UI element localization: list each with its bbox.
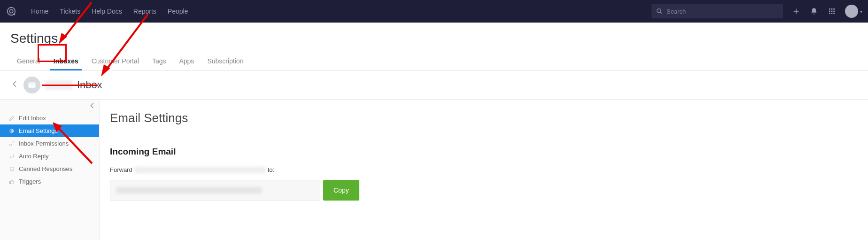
reply-icon bbox=[8, 154, 15, 159]
bell-icon bbox=[810, 8, 818, 15]
app-logo[interactable] bbox=[6, 6, 17, 17]
sidebar-item-email-settings[interactable]: Email Settings bbox=[0, 124, 99, 137]
forwarding-address-redacted bbox=[116, 187, 262, 194]
forward-suffix: to: bbox=[268, 166, 274, 173]
main-panel: Email Settings Incoming Email Forward to… bbox=[100, 100, 868, 240]
user-menu[interactable]: ▾ bbox=[842, 5, 862, 18]
svg-point-17 bbox=[10, 144, 12, 146]
chevron-down-icon: ▾ bbox=[860, 9, 862, 14]
svg-rect-10 bbox=[829, 11, 830, 12]
main-title: Email Settings bbox=[110, 111, 858, 125]
sidebar-item-label: Email Settings bbox=[19, 127, 58, 134]
sidebar-item-label: Inbox Permissions bbox=[19, 140, 69, 147]
sidebar-item-label: Edit Inbox bbox=[19, 115, 46, 122]
at-icon bbox=[8, 128, 15, 134]
content: Edit Inbox Email Settings Inbox Permissi… bbox=[0, 100, 868, 240]
svg-rect-15 bbox=[833, 13, 835, 14]
sidebar-collapse-button[interactable] bbox=[0, 100, 99, 112]
sidebar-item-label: Triggers bbox=[19, 178, 41, 185]
svg-rect-13 bbox=[829, 13, 830, 14]
nav-reports[interactable]: Reports bbox=[128, 0, 162, 23]
chevron-left-icon bbox=[90, 102, 94, 109]
nav-home[interactable]: Home bbox=[25, 0, 54, 23]
nav-links: Home Tickets Help Docs Reports People bbox=[25, 0, 194, 23]
sidebar-item-label: Canned Responses bbox=[19, 165, 72, 172]
forward-instruction: Forward to: bbox=[110, 166, 858, 173]
svg-rect-9 bbox=[833, 8, 835, 10]
key-icon bbox=[8, 141, 15, 147]
forward-email-redacted bbox=[134, 167, 266, 173]
page-title: Settings bbox=[10, 31, 858, 46]
back-button[interactable] bbox=[10, 78, 19, 92]
svg-point-3 bbox=[657, 9, 661, 13]
tab-subscription[interactable]: Subscription bbox=[201, 53, 250, 70]
add-button[interactable] bbox=[789, 4, 804, 19]
svg-rect-7 bbox=[829, 8, 830, 10]
svg-rect-8 bbox=[831, 8, 833, 10]
sidebar-item-canned-responses[interactable]: Canned Responses bbox=[0, 163, 99, 175]
sidebar-item-auto-reply[interactable]: Auto Reply bbox=[0, 150, 99, 163]
svg-rect-14 bbox=[831, 13, 833, 14]
tab-apps[interactable]: Apps bbox=[172, 53, 201, 70]
svg-point-2 bbox=[14, 14, 16, 15]
search-icon bbox=[656, 8, 663, 15]
inbox-avatar bbox=[23, 77, 40, 93]
tab-tags[interactable]: Tags bbox=[146, 53, 173, 70]
sidebar-item-triggers[interactable]: Triggers bbox=[0, 175, 99, 188]
settings-tabs: General Inboxes Customer Portal Tags App… bbox=[10, 53, 858, 70]
svg-point-16 bbox=[11, 130, 13, 132]
thumb-icon bbox=[8, 179, 15, 185]
sidebar: Edit Inbox Email Settings Inbox Permissi… bbox=[0, 100, 100, 240]
main-header: Email Settings bbox=[100, 100, 868, 135]
pencil-icon bbox=[8, 116, 15, 121]
svg-rect-11 bbox=[831, 11, 833, 12]
inbox-name-label: Inbox bbox=[77, 79, 102, 91]
sidebar-item-inbox-permissions[interactable]: Inbox Permissions bbox=[0, 137, 99, 150]
tab-general[interactable]: General bbox=[10, 53, 47, 70]
copy-button[interactable]: Copy bbox=[323, 180, 359, 201]
settings-header: Settings General Inboxes Customer Portal… bbox=[0, 23, 868, 71]
svg-rect-12 bbox=[833, 11, 835, 12]
search-box[interactable] bbox=[651, 4, 783, 18]
chat-icon bbox=[8, 166, 15, 172]
nav-people[interactable]: People bbox=[162, 0, 194, 23]
inbox-name-redacted bbox=[45, 80, 72, 90]
nav-tickets[interactable]: Tickets bbox=[54, 0, 86, 23]
sidebar-item-label: Auto Reply bbox=[19, 153, 49, 160]
inbox-icon bbox=[27, 80, 37, 90]
nav-help-docs[interactable]: Help Docs bbox=[86, 0, 128, 23]
svg-line-4 bbox=[660, 12, 662, 14]
svg-point-1 bbox=[9, 9, 13, 13]
tab-customer-portal[interactable]: Customer Portal bbox=[85, 53, 146, 70]
chevron-left-icon bbox=[12, 80, 17, 88]
apps-button[interactable] bbox=[824, 4, 839, 19]
inbox-subheader: Inbox bbox=[0, 71, 868, 100]
incoming-email-section: Incoming Email Forward to: Copy bbox=[100, 135, 868, 212]
apps-grid-icon bbox=[828, 8, 836, 15]
forward-prefix: Forward bbox=[110, 166, 132, 173]
search-input[interactable] bbox=[666, 8, 778, 15]
tab-inboxes[interactable]: Inboxes bbox=[47, 53, 85, 70]
copy-row: Copy bbox=[110, 180, 858, 201]
forwarding-address-input[interactable] bbox=[110, 180, 320, 201]
sidebar-item-edit-inbox[interactable]: Edit Inbox bbox=[0, 112, 99, 124]
avatar bbox=[845, 5, 858, 18]
top-navigation: Home Tickets Help Docs Reports People ▾ bbox=[0, 0, 868, 23]
section-title: Incoming Email bbox=[110, 147, 858, 157]
notifications-button[interactable] bbox=[806, 4, 822, 19]
